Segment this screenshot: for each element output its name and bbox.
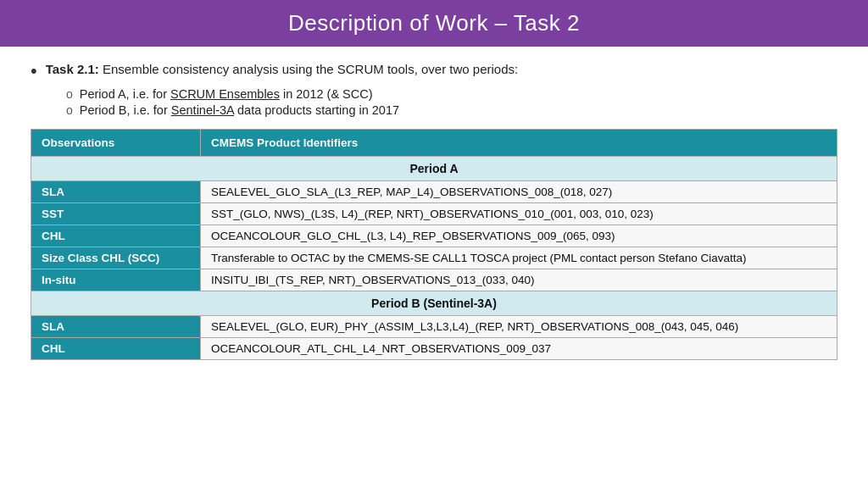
obs-cell: SST: [31, 203, 201, 225]
table-header-row: Observations CMEMS Product Identifiers: [31, 130, 837, 157]
value-cell: Transferable to OCTAC by the CMEMS-SE CA…: [201, 247, 837, 269]
data-table: Observations CMEMS Product Identifiers P…: [31, 129, 837, 360]
period-b-row: Period B (Sentinel-3A): [31, 291, 837, 316]
sub-bullet-a-text: Period A, i.e. for SCRUM Ensembles in 20…: [80, 87, 373, 101]
table-row: SSTSST_(GLO, NWS)_(L3S, L4)_(REP, NRT)_O…: [31, 203, 837, 225]
sub-bullet-a: o Period A, i.e. for SCRUM Ensembles in …: [66, 87, 837, 101]
period-b-label: Period B (Sentinel-3A): [31, 291, 837, 316]
table-row: CHLOCEANCOLOUR_GLO_CHL_(L3, L4)_REP_OBSE…: [31, 225, 837, 247]
period-a-label: Period A: [31, 157, 837, 181]
table-row: Size Class CHL (SCC)Transferable to OCTA…: [31, 247, 837, 269]
value-cell: SEALEVEL_GLO_SLA_(L3_REP, MAP_L4)_OBSERV…: [201, 181, 837, 203]
sentinel-3a-link[interactable]: Sentinel-3A: [171, 103, 234, 117]
sub-bullet-b-text: Period B, i.e. for Sentinel-3A data prod…: [80, 103, 399, 117]
value-cell: OCEANCOLOUR_ATL_CHL_L4_NRT_OBSERVATIONS_…: [201, 338, 837, 360]
scrum-ensembles-link[interactable]: SCRUM Ensembles: [170, 87, 280, 101]
bullet-section: • Task 2.1: Ensemble consistency analysi…: [31, 60, 837, 117]
obs-cell: Size Class CHL (SCC): [31, 247, 201, 269]
obs-cell: CHL: [31, 338, 201, 360]
task-text: Ensemble consistency analysis using the …: [99, 62, 518, 76]
obs-cell: In-situ: [31, 269, 201, 291]
bullet-text: Task 2.1: Ensemble consistency analysis …: [46, 60, 518, 78]
page-header: Description of Work – Task 2: [0, 0, 868, 47]
table-row: SLASEALEVEL_(GLO, EUR)_PHY_(ASSIM_L3,L3,…: [31, 316, 837, 338]
sub-bullet-dot-b: o: [66, 103, 73, 117]
table-row: CHLOCEANCOLOUR_ATL_CHL_L4_NRT_OBSERVATIO…: [31, 338, 837, 360]
value-cell: INSITU_IBI_(TS_REP, NRT)_OBSERVATIONS_01…: [201, 269, 837, 291]
sub-bullet-dot-a: o: [66, 87, 73, 101]
task-label: Task 2.1:: [46, 62, 99, 76]
page: Description of Work – Task 2 • Task 2.1:…: [0, 0, 868, 488]
obs-cell: CHL: [31, 225, 201, 247]
obs-cell: SLA: [31, 316, 201, 338]
sub-bullet-b: o Period B, i.e. for Sentinel-3A data pr…: [66, 103, 837, 117]
page-content: • Task 2.1: Ensemble consistency analysi…: [0, 47, 868, 488]
value-cell: SEALEVEL_(GLO, EUR)_PHY_(ASSIM_L3,L3,L4)…: [201, 316, 837, 338]
period-a-row: Period A: [31, 157, 837, 181]
value-cell: SST_(GLO, NWS)_(L3S, L4)_(REP, NRT)_OBSE…: [201, 203, 837, 225]
col-cmems-header: CMEMS Product Identifiers: [201, 130, 837, 157]
col-observations-header: Observations: [31, 130, 201, 157]
value-cell: OCEANCOLOUR_GLO_CHL_(L3, L4)_REP_OBSERVA…: [201, 225, 837, 247]
main-bullet: • Task 2.1: Ensemble consistency analysi…: [31, 60, 837, 82]
bullet-dot: •: [31, 60, 37, 82]
table-row: SLASEALEVEL_GLO_SLA_(L3_REP, MAP_L4)_OBS…: [31, 181, 837, 203]
table-row: In-situINSITU_IBI_(TS_REP, NRT)_OBSERVAT…: [31, 269, 837, 291]
page-title: Description of Work – Task 2: [17, 10, 851, 36]
sub-bullets: o Period A, i.e. for SCRUM Ensembles in …: [66, 87, 837, 117]
obs-cell: SLA: [31, 181, 201, 203]
